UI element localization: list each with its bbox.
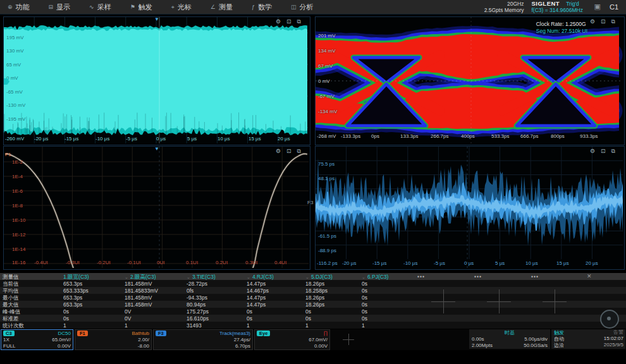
measurement-column-header[interactable]: ⌄3.TIE(C3) [187,274,216,280]
time-axis-label: -5 µs [126,136,137,142]
measurement-value: 0s [63,315,69,322]
time-axis-label: 10 µs [218,136,230,142]
corner-axis-label: 1E-16 [12,260,25,265]
panel-expand-icon[interactable]: ⊡ [286,18,292,25]
measure-icon: ∠ [211,4,216,10]
time-axis-label: -20 µs [34,136,48,142]
measurement-value: 653.3ps [63,294,82,301]
f3-trace-label[interactable]: F3 [307,200,313,205]
channel-box-f1[interactable]: F1 Bathtub 2.00/ -8.00 [75,329,152,350]
measurement-value: 1 [305,322,309,329]
math-icon: ƒ [252,4,255,10]
measurement-value: 18.26ps [305,281,324,287]
bathtub-plot[interactable] [4,147,309,268]
v-axis-label: 195 mV [6,35,24,40]
f1-trace-label[interactable]: F1 [5,152,11,157]
column-caret-icon: ⌄ [125,275,128,279]
add-trace-button[interactable] [343,334,354,345]
trigger-type: 边沿 [554,342,564,349]
panel-expand-icon[interactable]: ⊡ [601,18,606,25]
clock-rate-label: Clock Rate: 1.2500G [536,21,587,28]
measurement-value: 181.45833mV [125,288,158,294]
panel-detach-icon[interactable]: ⧉ [611,18,615,25]
measurement-value: 14.47ps [247,301,266,308]
measurement-value: 0s [362,308,367,315]
time-axis-label: -0.2UI [97,260,111,265]
frequency-readout: f(C3) = 314.9606MHz [532,7,584,13]
table-header-row: 测量值1.眼宽(C3)⌄2.眼高(C3)⌄3.TIE(C3)⌄4.RJ(C3)⌄… [0,273,626,280]
measurement-value: 1 [362,322,365,329]
measurement-column-header[interactable]: ⌄6.PJ(C3) [362,274,388,280]
panel-settings-icon[interactable]: ⚙ [590,18,595,25]
measurement-value: 18.26ps [305,301,324,308]
panel-c3-waveform[interactable]: ▼ ⚙⊡⧉195 mV130 mV65 mV0 mV-65 mV-130 mV-… [3,16,310,145]
channel-box-eye[interactable]: Eye ∏ 67.0mV/ 0.00V [254,329,330,350]
measurement-value: 0s [305,315,311,322]
add-measurement-slot[interactable] [487,289,511,313]
measurement-value: -94.33ps [187,294,207,301]
eye-mask-icon: ∏ [323,331,328,336]
device-icon[interactable]: ▣ [594,3,601,11]
more-measurements-button[interactable]: ••• [474,274,482,280]
time-axis-label: 0UI [157,260,164,265]
time-axis-label: 15 µs [556,260,569,266]
floating-action-button[interactable] [600,310,619,329]
v-axis-label: -88.9 ps [318,248,336,253]
active-channel-label[interactable]: C1 [610,3,618,11]
panel-bathtub[interactable]: ▼ F1 ⚙⊡⧉1E-21E-41E-61E-81E-101E-121E-141… [3,146,310,270]
menu-label: 触发 [138,3,152,12]
panel-detach-icon[interactable]: ⧉ [297,18,301,25]
measurement-column-header[interactable]: ⌄5.DJ(C3) [305,274,333,280]
menu-item-cursor[interactable]: ⌖光标 [171,3,192,12]
table-row: 最小值653.3ps181.458mV-94.33ps14.47ps18.26p… [0,294,626,301]
table-row: 最大值653.3ps181.458mV80.94ps14.47ps18.26ps… [0,301,626,308]
panel-detach-icon[interactable]: ⧉ [611,148,615,155]
v-axis-label: 75.5 ps [318,161,334,167]
add-measurement-slot[interactable] [543,289,567,313]
panel-expand-icon[interactable]: ⊡ [286,148,292,155]
menu-item-analysis[interactable]: ◫分析 [291,3,314,12]
panel-corner-icons: ⚙⊡⧉ [590,148,615,155]
time-axis-label: -0.1UI [127,260,141,265]
measurement-value: 0s [362,294,367,301]
table-row: 统计次数1131493111 [0,322,626,329]
panel-settings-icon[interactable]: ⚙ [590,148,595,155]
measurement-column-header[interactable]: ⌄4.RJ(C3) [247,274,274,280]
panel-eye-diagram[interactable]: Clock Rate: 1.2500G Seg Num: 27.510k UI … [315,16,625,145]
time-axis-label: -15 µs [372,260,386,266]
v-axis-label: 1E-8 [12,203,23,209]
c3-waveform-plot[interactable] [4,17,309,143]
eye-diagram-plot[interactable] [316,17,623,143]
more-measurements-button[interactable]: ••• [531,274,539,280]
menu-item-measure[interactable]: ∠测量 [211,3,233,12]
timebase-title: 时基 [505,329,515,336]
c3-bandwidth: FULL [3,343,16,349]
more-measurements-button[interactable]: ••• [417,274,425,280]
system-date: 2025/9/5 [584,342,623,348]
panel-detach-icon[interactable]: ⧉ [297,148,301,155]
menu-item-display[interactable]: ⊟显示 [49,3,71,12]
menu-item-trigger[interactable]: ⚑触发 [130,3,152,12]
tie-track-plot[interactable] [316,147,623,268]
channel-box-c3[interactable]: C3 DC50 1X 65.0mV/ FULL 0.00V [1,329,73,350]
trigger-position-marker[interactable]: ▼ [154,146,159,152]
panel-settings-icon[interactable]: ⚙ [276,148,281,155]
menu-item-math[interactable]: ƒ数学 [252,3,272,12]
panel-tie-track[interactable]: ⚙⊡⧉75.5 ps48.1 ps-61.5 ps-88.9 ps-116.2 … [315,146,625,270]
table-row: 平均值653.333ps181.45833mV0fs14.467ps18.258… [0,287,626,294]
table-close-icon[interactable]: ✕ [587,273,592,279]
add-measurement-slot[interactable] [431,289,455,313]
time-axis-label: 15 µs [249,136,261,142]
menu-item-acquire[interactable]: ∿采样 [89,3,111,12]
trigger-position-marker[interactable]: ▼ [154,16,159,22]
v-axis-label: 48.1 ps [318,176,334,181]
cursor-icon: ⌖ [171,4,175,11]
measurement-value: 14.47ps [247,294,266,301]
time-axis-label: -15 µs [64,136,78,142]
channel-box-f3[interactable]: F3 Track(meas3) 27.4ps/ 6.70ps [153,329,253,350]
timebase-box[interactable]: 时基 0.00s 5.00µs/div 2.00Mpts 50.0GSa/s [469,329,550,349]
menu-item-function[interactable]: ⊕功能 [8,3,30,12]
panel-expand-icon[interactable]: ⊡ [601,148,606,155]
panel-settings-icon[interactable]: ⚙ [276,18,281,25]
measurement-value: 0s [63,308,69,315]
